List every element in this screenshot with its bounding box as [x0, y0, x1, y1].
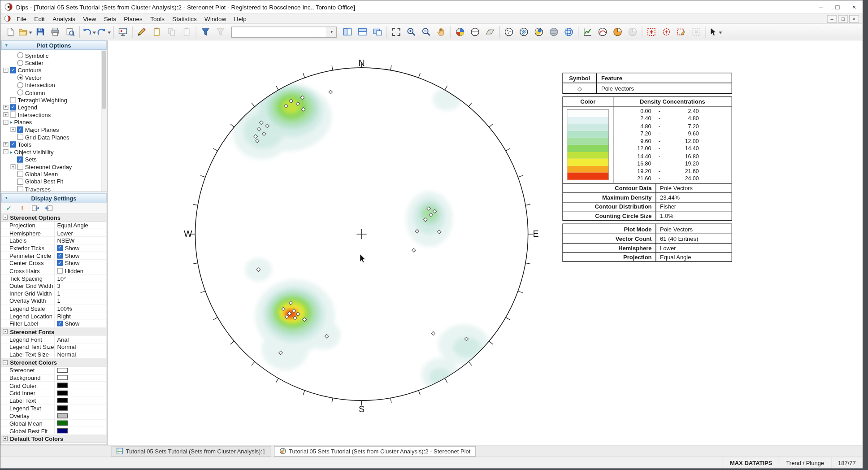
- rosette-curve-button[interactable]: [595, 25, 610, 39]
- zoom-in-button[interactable]: [404, 25, 419, 39]
- setting-value[interactable]: 10°: [57, 275, 66, 282]
- setting-legend-location[interactable]: Legend LocationRight: [1, 313, 106, 320]
- checkbox-checked[interactable]: ✓: [17, 126, 23, 133]
- undo-button[interactable]: [82, 25, 96, 39]
- radio-button[interactable]: [17, 60, 23, 66]
- checkbox[interactable]: [10, 112, 16, 118]
- setting-filter-label[interactable]: Filter Label✓Show: [1, 320, 106, 328]
- checkbox[interactable]: [17, 186, 23, 191]
- print-preview-button[interactable]: [63, 25, 78, 39]
- tree-expander-icon[interactable]: -: [3, 120, 8, 125]
- plot-option-vector[interactable]: Vector: [1, 74, 100, 82]
- open-file-button[interactable]: [18, 25, 33, 39]
- checkbox-checked[interactable]: ✓: [17, 156, 23, 162]
- new-file-button[interactable]: [3, 25, 17, 39]
- copy-button[interactable]: [164, 25, 179, 39]
- chart-button[interactable]: [580, 25, 595, 39]
- settings-section-stereonet-options[interactable]: -Stereonet Options: [1, 213, 106, 222]
- color-swatch[interactable]: [57, 413, 68, 418]
- setting-value[interactable]: Equal Angle: [57, 222, 88, 229]
- setting-value[interactable]: Normal: [57, 351, 76, 358]
- setting-hemisphere[interactable]: HemisphereLower: [1, 229, 106, 237]
- menu-window[interactable]: Window: [200, 14, 230, 23]
- color-swatch[interactable]: [57, 375, 68, 380]
- split-vertical-button[interactable]: [340, 25, 355, 39]
- color-swatch[interactable]: [57, 383, 68, 388]
- document-tab-1[interactable]: Tutorial 05 Sets Tutorial (Sets from Clu…: [111, 446, 271, 457]
- tree-expander-icon[interactable]: +: [11, 164, 16, 169]
- plot-options-scrollbar[interactable]: [101, 50, 106, 191]
- setting-label-text-size[interactable]: Label Text SizeNormal: [1, 351, 106, 359]
- scrollbar-thumb[interactable]: [102, 51, 106, 109]
- reset-settings-icon[interactable]: !: [16, 203, 28, 213]
- dropdown-caret-icon[interactable]: [108, 31, 111, 35]
- plot-option-legend[interactable]: +✓Legend: [1, 104, 100, 111]
- setting-perimeter-circle[interactable]: Perimeter Circle✓Show: [1, 252, 106, 260]
- setting-exterior-ticks[interactable]: Exterior Ticks✓Show: [1, 244, 106, 252]
- close-icon[interactable]: ×: [846, 0, 863, 13]
- radio-button-selected[interactable]: [17, 74, 23, 81]
- section-expander-icon[interactable]: -: [3, 360, 8, 365]
- plane-view-button[interactable]: [482, 25, 497, 39]
- settings-section-stereonet-colors[interactable]: -Stereonet Colors: [1, 359, 106, 367]
- setting-overlay[interactable]: Overlay: [1, 412, 106, 420]
- setting-overlay-width[interactable]: Overlay Width1: [1, 297, 106, 305]
- plot-option-major-planes[interactable]: +✓Major Planes: [1, 126, 100, 134]
- checkbox-checked[interactable]: ✓: [10, 104, 16, 110]
- filter-button[interactable]: [198, 25, 213, 39]
- setting-global-mean[interactable]: Global Mean: [1, 420, 106, 427]
- setting-checkbox[interactable]: ✓: [57, 321, 62, 326]
- stereonet-ref-button[interactable]: [468, 25, 482, 39]
- radio-button[interactable]: [17, 52, 23, 59]
- menu-edit[interactable]: Edit: [30, 14, 49, 23]
- menu-statistics[interactable]: Statistics: [169, 14, 201, 23]
- globe-wire-button[interactable]: [561, 25, 576, 39]
- plot-option-grid-data-planes[interactable]: Grid Data Planes: [1, 133, 100, 141]
- combo-dropdown-icon[interactable]: ▾: [327, 27, 336, 37]
- status-max-datatips[interactable]: MAX DATATIPS: [723, 457, 779, 468]
- add-set-window-button[interactable]: [644, 25, 659, 39]
- tree-expander-icon[interactable]: +: [3, 105, 8, 110]
- sphere-gray-button[interactable]: [547, 25, 561, 39]
- dropdown-caret-icon[interactable]: [93, 31, 96, 35]
- minimize-icon[interactable]: –: [812, 0, 829, 13]
- presentation-button[interactable]: [115, 25, 130, 39]
- stereonet-canvas[interactable]: NESW SymbolFeature◇Pole VectorsColorDens…: [108, 40, 863, 445]
- plot-option-tools[interactable]: +✓Tools: [1, 141, 100, 148]
- add-set-freehand-button[interactable]: [659, 25, 674, 39]
- settings-section-default-tool-colors[interactable]: +Default Tool Colors: [1, 435, 106, 443]
- radio-button[interactable]: [17, 89, 23, 96]
- setting-grid-inner[interactable]: Grid Inner: [1, 389, 106, 397]
- setting-labels[interactable]: LabelsNSEW: [1, 237, 106, 244]
- plot-options-header[interactable]: ▼ Plot Options: [1, 40, 106, 50]
- menu-view[interactable]: View: [79, 14, 100, 23]
- setting-checkbox[interactable]: ✓: [57, 253, 62, 258]
- color-swatch[interactable]: [57, 368, 68, 373]
- menu-planes[interactable]: Planes: [120, 14, 147, 23]
- new-view-button[interactable]: [370, 25, 385, 39]
- plot-option-contours[interactable]: -✓Contours: [1, 66, 100, 74]
- paste-button[interactable]: [179, 25, 194, 39]
- setting-label-text[interactable]: Label Text: [1, 397, 106, 405]
- section-expander-icon[interactable]: +: [3, 436, 8, 441]
- plot-option-global-best-fit[interactable]: Global Best Fit: [1, 178, 100, 186]
- setting-global-best-fit[interactable]: Global Best Fit: [1, 427, 106, 435]
- setting-cross-hairs[interactable]: Cross HairsHidden: [1, 267, 106, 275]
- section-expander-icon[interactable]: -: [3, 329, 8, 334]
- menu-file[interactable]: File: [13, 14, 30, 23]
- checkbox[interactable]: [17, 178, 23, 185]
- rosette-button[interactable]: [452, 25, 467, 39]
- setting-value[interactable]: Right: [57, 313, 70, 319]
- contour-plot-button[interactable]: [531, 25, 546, 39]
- pole-plot-button[interactable]: [501, 25, 516, 39]
- setting-grid-outer[interactable]: Grid Outer: [1, 382, 106, 389]
- split-horizontal-button[interactable]: [355, 25, 370, 39]
- save-button[interactable]: [33, 25, 48, 39]
- setting-value[interactable]: 3: [57, 283, 60, 289]
- mdi-restore-icon[interactable]: □: [838, 15, 848, 22]
- filter-off-button[interactable]: [213, 25, 228, 39]
- setting-background[interactable]: Background: [1, 374, 106, 382]
- plot-option-symbolic[interactable]: Symbolic: [1, 52, 100, 59]
- scatter-plot-button[interactable]: [516, 25, 531, 39]
- filter-combo-input[interactable]: [232, 27, 327, 37]
